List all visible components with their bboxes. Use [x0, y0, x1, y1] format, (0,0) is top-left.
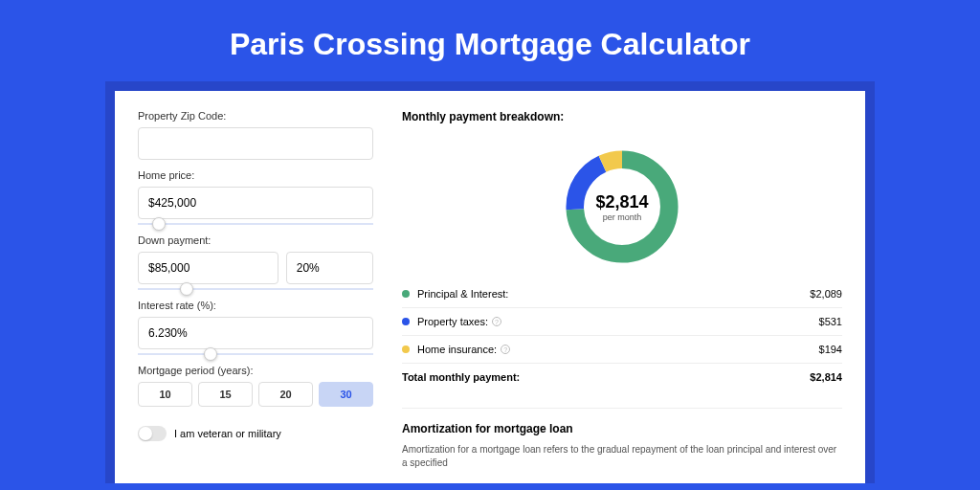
rate-input[interactable]	[138, 317, 373, 349]
breakdown-line: Home insurance:?$194	[402, 335, 842, 363]
breakdown-title: Monthly payment breakdown:	[402, 110, 842, 123]
down-payment-input[interactable]	[138, 252, 278, 284]
breakdown-value: $531	[819, 316, 842, 327]
down-payment-slider[interactable]	[138, 288, 373, 290]
breakdown-line: Principal & Interest:$2,089	[402, 280, 842, 307]
donut-amount: $2,814	[595, 192, 648, 212]
down-payment-pct-input[interactable]	[286, 252, 373, 284]
legend-dot	[402, 318, 410, 325]
slider-thumb[interactable]	[152, 217, 166, 231]
home-price-label: Home price:	[138, 169, 373, 181]
toggle-knob	[139, 427, 152, 440]
amortization-title: Amortization for mortgage loan	[402, 408, 842, 435]
down-payment-label: Down payment:	[138, 234, 373, 246]
breakdown-label: Home insurance:	[417, 344, 497, 355]
zip-label: Property Zip Code:	[138, 110, 373, 122]
breakdown-value: $2,089	[810, 288, 842, 300]
breakdown-value: $194	[819, 344, 842, 355]
total-value: $2,814	[810, 371, 842, 383]
info-icon[interactable]: ?	[492, 317, 501, 326]
donut-wrap: $2,814 per month	[402, 135, 842, 280]
home-price-slider[interactable]	[138, 223, 373, 225]
legend-dot	[402, 290, 410, 298]
amortization-text: Amortization for a mortgage loan refers …	[402, 443, 842, 470]
info-icon[interactable]: ?	[501, 345, 510, 354]
period-button-30[interactable]: 30	[319, 382, 373, 407]
home-price-input[interactable]	[138, 187, 373, 219]
period-button-15[interactable]: 15	[198, 382, 253, 407]
slider-thumb[interactable]	[204, 347, 217, 361]
calculator-card: Property Zip Code: Home price: Down paym…	[115, 91, 865, 483]
period-buttons: 10152030	[138, 382, 373, 407]
veteran-row: I am veteran or military	[138, 426, 373, 441]
form-column: Property Zip Code: Home price: Down paym…	[115, 91, 383, 483]
breakdown-lines: Principal & Interest:$2,089Property taxe…	[402, 280, 842, 363]
donut-chart: $2,814 per month	[560, 145, 684, 269]
total-label: Total monthly payment:	[402, 371, 520, 383]
veteran-toggle[interactable]	[138, 426, 167, 441]
donut-sublabel: per month	[603, 212, 642, 222]
breakdown-label: Property taxes:	[417, 316, 488, 327]
zip-input[interactable]	[138, 127, 373, 160]
slider-thumb[interactable]	[180, 282, 193, 296]
total-line: Total monthly payment: $2,814	[402, 363, 842, 390]
period-button-10[interactable]: 10	[138, 382, 192, 407]
period-button-20[interactable]: 20	[258, 382, 313, 407]
rate-label: Interest rate (%):	[138, 300, 373, 311]
breakdown-column: Monthly payment breakdown: $2,814 per mo…	[383, 91, 865, 483]
inner-band: Property Zip Code: Home price: Down paym…	[105, 81, 875, 483]
rate-slider[interactable]	[138, 353, 373, 355]
breakdown-line: Property taxes:?$531	[402, 307, 842, 335]
veteran-label: I am veteran or military	[174, 428, 281, 439]
breakdown-label: Principal & Interest:	[417, 288, 508, 300]
legend-dot	[402, 345, 410, 353]
page-title: Paris Crossing Mortgage Calculator	[0, 0, 980, 81]
period-label: Mortgage period (years):	[138, 365, 373, 376]
